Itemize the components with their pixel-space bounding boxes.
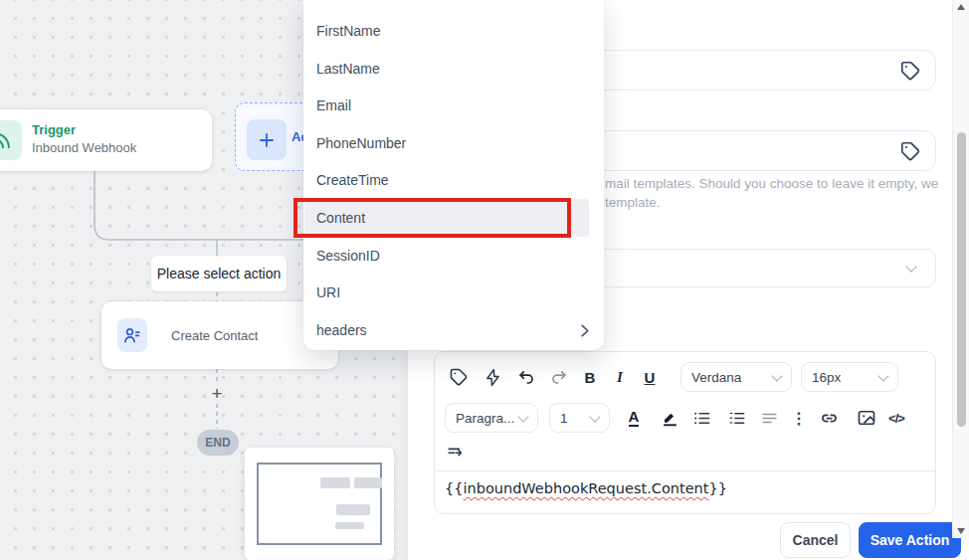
dropdown-item-createtime[interactable]: CreateTime [303, 161, 604, 199]
italic-button[interactable]: I [606, 363, 634, 391]
trigger-node[interactable]: Trigger Inbound Webhook [0, 109, 212, 171]
end-badge: END [197, 430, 239, 456]
highlight-marker-icon[interactable] [656, 404, 683, 432]
webhook-signal-icon [0, 120, 22, 160]
image-icon[interactable] [853, 404, 880, 432]
merge-tag-icon[interactable] [445, 363, 473, 391]
minimap-node-bar [320, 477, 350, 488]
dropdown-item-lastname[interactable]: LastName [303, 50, 604, 88]
contact-person-icon [117, 318, 147, 352]
lightning-icon[interactable] [479, 363, 506, 391]
canvas-minimap [245, 448, 394, 560]
code-view-icon[interactable]: </> [882, 404, 910, 432]
scrollbar-thumb[interactable] [957, 132, 966, 427]
chevron-down-icon [589, 411, 600, 422]
tag-icon[interactable] [899, 60, 921, 82]
merge-field-token: inboundWebhookRequest.Content [463, 480, 708, 496]
paragraph-style-select[interactable]: Paragra... [445, 403, 538, 433]
vertical-scrollbar[interactable] [952, 0, 969, 538]
cancel-button[interactable]: Cancel [780, 522, 851, 558]
line-height-select[interactable]: 1 [549, 403, 610, 433]
create-contact-label: Create Contact [171, 328, 258, 343]
more-options-icon[interactable]: ⋮ [785, 404, 813, 432]
redo-icon[interactable] [544, 363, 572, 391]
dropdown-item-content[interactable]: Content [303, 199, 604, 237]
scroll-down-icon[interactable] [957, 528, 965, 534]
tag-icon[interactable] [899, 140, 921, 162]
link-icon[interactable] [815, 404, 843, 432]
chevron-down-icon [877, 370, 888, 381]
save-action-button[interactable]: Save Action [859, 522, 961, 558]
dropdown-item-headers[interactable]: headers [303, 311, 604, 349]
app-window: Trigger Inbound Webhook Add Please selec… [0, 0, 969, 560]
trigger-node-title: Trigger [32, 122, 76, 137]
underline-button[interactable]: U [636, 363, 664, 391]
font-family-select[interactable]: Verdana [680, 362, 792, 392]
merge-field-dropdown: Type FirstName LastName Email PhoneNumbe… [303, 0, 604, 350]
minimap-node-bar [354, 477, 382, 488]
bullet-list-icon[interactable] [687, 404, 715, 432]
dropdown-item-phonenumber[interactable]: PhoneNumber [303, 124, 604, 162]
font-size-select[interactable]: 16px [801, 362, 898, 392]
bold-button[interactable]: B [576, 363, 604, 391]
chevron-down-icon [771, 370, 782, 381]
chevron-down-icon [905, 261, 916, 272]
dropdown-item-partial[interactable]: Type [303, 0, 604, 11]
minimap-node-bar [335, 522, 364, 529]
helper-text-line1: mail templates. Should you choose to lea… [605, 176, 938, 191]
toolbar-separator [435, 470, 935, 471]
submenu-chevron-right-icon [580, 324, 590, 337]
select-action-prompt: Please select action [151, 256, 287, 291]
align-text-icon[interactable] [755, 404, 783, 432]
editor-content[interactable]: {{inboundWebhookRequest.Content}} [445, 480, 727, 496]
dropdown-item-firstname[interactable]: FirstName [303, 12, 604, 50]
dropdown-item-email[interactable]: Email [303, 87, 604, 124]
dropdown-item-sessionid[interactable]: SessionID [303, 237, 604, 275]
undo-icon[interactable] [512, 363, 540, 391]
text-color-button[interactable]: A [620, 404, 648, 432]
minimap-node-bar [336, 504, 370, 515]
insert-step-plus[interactable]: + [205, 383, 229, 405]
dropdown-item-uri[interactable]: URI [303, 274, 604, 311]
scroll-up-icon[interactable] [957, 4, 965, 10]
rich-text-editor: B I U Verdana 16px Paragra... 1 A [434, 351, 936, 514]
trigger-node-subtitle: Inbound Webhook [32, 140, 136, 155]
plus-icon [247, 119, 287, 160]
numbered-list-icon[interactable] [722, 404, 750, 432]
text-direction-icon[interactable] [441, 438, 469, 466]
chevron-down-icon [517, 411, 528, 422]
helper-text-line2: template. [605, 195, 661, 210]
